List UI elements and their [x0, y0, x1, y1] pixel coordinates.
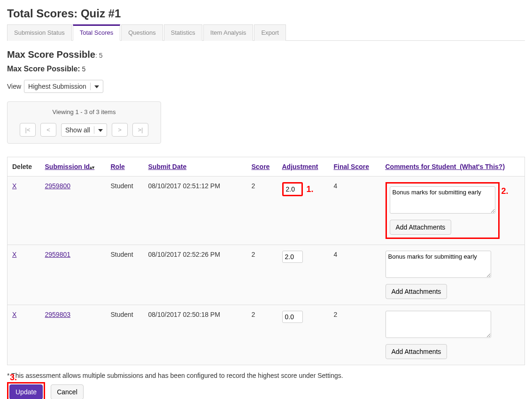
role-cell: Student: [106, 245, 144, 305]
scores-table: Delete Submission Id▴▾ Role Submit Date …: [7, 157, 525, 365]
update-button[interactable]: Update: [9, 384, 43, 399]
cancel-button[interactable]: Cancel: [51, 384, 84, 399]
col-adjustment[interactable]: Adjustment: [278, 157, 329, 176]
col-submit-date[interactable]: Submit Date: [144, 157, 247, 176]
col-score[interactable]: Score: [247, 157, 278, 176]
final-score-cell: 4: [329, 176, 381, 245]
col-final-score[interactable]: Final Score: [329, 157, 381, 176]
tab-item-analysis[interactable]: Item Analysis: [203, 24, 254, 41]
table-row: X 2959800 Student 08/10/2017 02:51:12 PM…: [8, 176, 525, 245]
delete-link[interactable]: X: [12, 311, 16, 318]
submit-date-cell: 08/10/2017 02:52:26 PM: [144, 245, 247, 305]
view-select[interactable]: Highest Submission: [24, 80, 103, 93]
pager-prev-button[interactable]: <: [40, 123, 56, 137]
pager: Viewing 1 - 3 of 3 items |< < Show all >…: [7, 101, 161, 144]
col-role[interactable]: Role: [106, 157, 144, 176]
score-cell: 2: [247, 245, 278, 305]
pager-status: Viewing 1 - 3 of 3 items: [20, 108, 148, 115]
comment-textarea[interactable]: [386, 311, 491, 338]
view-label: View: [7, 83, 21, 90]
col-comments: Comments for Student (What's This?): [381, 157, 525, 176]
callout-1: 1.: [307, 184, 314, 194]
col-submission-id[interactable]: Submission Id▴▾: [40, 157, 106, 176]
max-score-heading-value: : 5: [95, 52, 103, 59]
table-row: X 2959801 Student 08/10/2017 02:52:26 PM…: [8, 245, 525, 305]
chevron-down-icon: [94, 126, 103, 134]
submit-date-cell: 08/10/2017 02:50:18 PM: [144, 305, 247, 365]
adjustment-input[interactable]: [282, 182, 303, 196]
footer-note: * This assessment allows multiple submis…: [7, 372, 525, 379]
max-score-heading: Max Score Possible: [7, 49, 95, 60]
comment-textarea[interactable]: [386, 251, 491, 278]
submission-id-link[interactable]: 2959801: [45, 251, 71, 258]
pager-next-button[interactable]: >: [112, 123, 128, 137]
max-score-subtitle: Max Score Possible:: [7, 65, 80, 73]
whats-this-link[interactable]: (What's This?): [460, 163, 505, 170]
max-score-subtitle-value: 5: [82, 65, 86, 73]
delete-link[interactable]: X: [12, 182, 16, 190]
table-row: X 2959803 Student 08/10/2017 02:50:18 PM…: [8, 305, 525, 365]
submit-date-cell: 08/10/2017 02:51:12 PM: [144, 176, 247, 245]
callout-2: 2.: [501, 186, 508, 196]
role-cell: Student: [106, 176, 144, 245]
add-attachments-button[interactable]: Add Attachments: [390, 220, 452, 235]
tab-questions[interactable]: Questions: [121, 24, 163, 41]
sort-icon: ▴▾: [90, 165, 94, 170]
score-cell: 2: [247, 305, 278, 365]
submission-id-link[interactable]: 2959800: [45, 182, 71, 190]
tabs-bar: Submission Status Total Scores Questions…: [7, 24, 525, 41]
score-cell: 2: [247, 176, 278, 245]
tab-export[interactable]: Export: [254, 24, 286, 41]
add-attachments-button[interactable]: Add Attachments: [386, 284, 447, 299]
pager-last-button[interactable]: >|: [132, 123, 148, 137]
col-comments-link[interactable]: Comments for Student: [386, 163, 456, 170]
delete-link[interactable]: X: [12, 251, 16, 258]
comment-textarea[interactable]: [390, 186, 495, 214]
final-score-cell: 2: [329, 305, 381, 365]
tab-statistics[interactable]: Statistics: [164, 24, 202, 41]
adjustment-input[interactable]: [282, 311, 303, 323]
pager-show-value: Show all: [65, 126, 90, 134]
role-cell: Student: [106, 305, 144, 365]
adjustment-input[interactable]: [282, 251, 303, 263]
chevron-down-icon: [90, 83, 99, 90]
pager-first-button[interactable]: |<: [20, 123, 36, 137]
view-select-value: Highest Submission: [28, 83, 86, 90]
page-title: Total Scores: Quiz #1: [7, 7, 525, 20]
tab-submission-status[interactable]: Submission Status: [7, 24, 72, 41]
comments-highlight-box: Add Attachments 2.: [386, 182, 500, 239]
tab-total-scores[interactable]: Total Scores: [73, 24, 121, 41]
view-row: View Highest Submission: [7, 80, 525, 93]
submission-id-link[interactable]: 2959803: [45, 311, 71, 318]
pager-show-select[interactable]: Show all: [61, 123, 107, 137]
final-score-cell: 4: [329, 245, 381, 305]
callout-3: 3.: [10, 373, 17, 383]
add-attachments-button[interactable]: Add Attachments: [386, 344, 447, 359]
col-delete: Delete: [8, 157, 40, 176]
